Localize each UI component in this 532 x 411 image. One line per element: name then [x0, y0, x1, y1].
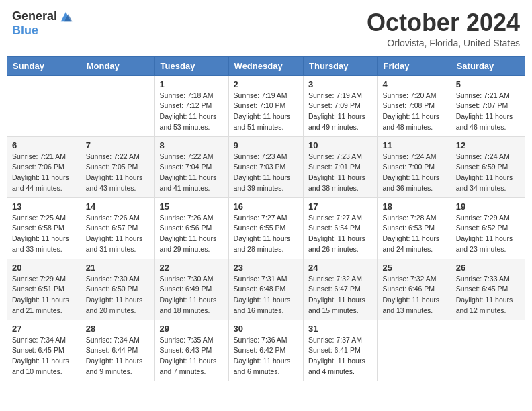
- day-info: Sunrise: 7:36 AMSunset: 6:42 PMDaylight:…: [234, 335, 298, 377]
- calendar-cell: [7, 75, 81, 136]
- day-number: 24: [308, 263, 372, 273]
- day-number: 7: [86, 140, 150, 150]
- day-number: 16: [234, 201, 298, 212]
- day-number: 22: [160, 263, 224, 273]
- calendar-cell: 3Sunrise: 7:19 AMSunset: 7:09 PMDaylight…: [304, 75, 378, 136]
- calendar-cell: 17Sunrise: 7:27 AMSunset: 6:54 PMDayligh…: [304, 197, 378, 259]
- day-number: 15: [160, 201, 224, 212]
- calendar-cell: 19Sunrise: 7:29 AMSunset: 6:52 PMDayligh…: [451, 197, 525, 259]
- calendar-cell: 7Sunrise: 7:22 AMSunset: 7:05 PMDaylight…: [81, 136, 154, 197]
- day-number: 27: [12, 324, 76, 334]
- day-number: 3: [308, 79, 372, 89]
- calendar-cell: 20Sunrise: 7:29 AMSunset: 6:51 PMDayligh…: [7, 259, 81, 320]
- calendar-cell: 1Sunrise: 7:18 AMSunset: 7:12 PMDaylight…: [154, 75, 228, 136]
- day-number: 2: [234, 79, 298, 89]
- day-info: Sunrise: 7:21 AMSunset: 7:06 PMDaylight:…: [12, 152, 76, 194]
- day-info: Sunrise: 7:33 AMSunset: 6:45 PMDaylight:…: [456, 274, 520, 316]
- day-info: Sunrise: 7:19 AMSunset: 7:09 PMDaylight:…: [308, 91, 372, 133]
- day-info: Sunrise: 7:34 AMSunset: 6:44 PMDaylight:…: [86, 335, 150, 377]
- month-title: October 2024: [367, 9, 520, 36]
- day-info: Sunrise: 7:34 AMSunset: 6:45 PMDaylight:…: [12, 335, 76, 377]
- calendar-cell: 9Sunrise: 7:23 AMSunset: 7:03 PMDaylight…: [228, 136, 303, 197]
- day-number: 9: [234, 140, 298, 150]
- day-info: Sunrise: 7:26 AMSunset: 6:57 PMDaylight:…: [86, 213, 150, 255]
- day-info: Sunrise: 7:25 AMSunset: 6:58 PMDaylight:…: [12, 213, 76, 255]
- calendar-cell: 24Sunrise: 7:32 AMSunset: 6:47 PMDayligh…: [304, 259, 378, 320]
- day-info: Sunrise: 7:37 AMSunset: 6:41 PMDaylight:…: [308, 335, 372, 377]
- weekday-header-tuesday: Tuesday: [154, 56, 228, 75]
- calendar-cell: 11Sunrise: 7:24 AMSunset: 7:00 PMDayligh…: [378, 136, 451, 197]
- day-number: 25: [382, 263, 445, 273]
- logo: General Blue: [12, 9, 73, 38]
- day-number: 13: [12, 201, 76, 212]
- weekday-header-sunday: Sunday: [7, 56, 81, 75]
- day-info: Sunrise: 7:22 AMSunset: 7:04 PMDaylight:…: [160, 152, 224, 194]
- calendar-cell: [81, 75, 154, 136]
- calendar-cell: [378, 320, 451, 381]
- calendar-cell: 30Sunrise: 7:36 AMSunset: 6:42 PMDayligh…: [228, 320, 303, 381]
- day-number: 30: [234, 324, 298, 334]
- calendar-week-row: 6Sunrise: 7:21 AMSunset: 7:06 PMDaylight…: [7, 136, 525, 197]
- logo-general-text: General: [12, 10, 57, 24]
- day-number: 1: [160, 79, 224, 89]
- day-number: 10: [308, 140, 372, 150]
- day-number: 4: [382, 79, 445, 89]
- calendar-cell: 18Sunrise: 7:28 AMSunset: 6:53 PMDayligh…: [378, 197, 451, 259]
- weekday-header-saturday: Saturday: [451, 56, 525, 75]
- day-number: 29: [160, 324, 224, 334]
- weekday-header-friday: Friday: [378, 56, 451, 75]
- day-number: 17: [308, 201, 372, 212]
- day-info: Sunrise: 7:35 AMSunset: 6:43 PMDaylight:…: [160, 335, 224, 377]
- day-number: 6: [12, 140, 76, 150]
- day-info: Sunrise: 7:20 AMSunset: 7:08 PMDaylight:…: [382, 91, 445, 133]
- day-number: 31: [308, 324, 372, 334]
- calendar-cell: 5Sunrise: 7:21 AMSunset: 7:07 PMDaylight…: [451, 75, 525, 136]
- day-info: Sunrise: 7:21 AMSunset: 7:07 PMDaylight:…: [456, 91, 520, 133]
- calendar-cell: 25Sunrise: 7:32 AMSunset: 6:46 PMDayligh…: [378, 259, 451, 320]
- calendar-week-row: 13Sunrise: 7:25 AMSunset: 6:58 PMDayligh…: [7, 197, 525, 259]
- day-number: 11: [382, 140, 445, 150]
- title-section: October 2024 Orlovista, Florida, United …: [367, 9, 520, 48]
- calendar-cell: 15Sunrise: 7:26 AMSunset: 6:56 PMDayligh…: [154, 197, 228, 259]
- day-number: 28: [86, 324, 150, 334]
- calendar-week-row: 20Sunrise: 7:29 AMSunset: 6:51 PMDayligh…: [7, 259, 525, 320]
- calendar-cell: [451, 320, 525, 381]
- calendar-cell: 29Sunrise: 7:35 AMSunset: 6:43 PMDayligh…: [154, 320, 228, 381]
- calendar-cell: 6Sunrise: 7:21 AMSunset: 7:06 PMDaylight…: [7, 136, 81, 197]
- calendar-table: SundayMondayTuesdayWednesdayThursdayFrid…: [7, 56, 525, 381]
- calendar-cell: 2Sunrise: 7:19 AMSunset: 7:10 PMDaylight…: [228, 75, 303, 136]
- day-info: Sunrise: 7:19 AMSunset: 7:10 PMDaylight:…: [234, 91, 298, 133]
- day-info: Sunrise: 7:31 AMSunset: 6:48 PMDaylight:…: [234, 274, 298, 316]
- calendar-cell: 27Sunrise: 7:34 AMSunset: 6:45 PMDayligh…: [7, 320, 81, 381]
- day-info: Sunrise: 7:23 AMSunset: 7:03 PMDaylight:…: [234, 152, 298, 194]
- weekday-header-monday: Monday: [81, 56, 154, 75]
- day-info: Sunrise: 7:28 AMSunset: 6:53 PMDaylight:…: [382, 213, 445, 255]
- calendar-cell: 31Sunrise: 7:37 AMSunset: 6:41 PMDayligh…: [304, 320, 378, 381]
- day-info: Sunrise: 7:22 AMSunset: 7:05 PMDaylight:…: [86, 152, 150, 194]
- day-number: 18: [382, 201, 445, 212]
- location-text: Orlovista, Florida, United States: [367, 38, 520, 48]
- calendar-cell: 14Sunrise: 7:26 AMSunset: 6:57 PMDayligh…: [81, 197, 154, 259]
- day-info: Sunrise: 7:30 AMSunset: 6:50 PMDaylight:…: [86, 274, 150, 316]
- weekday-header-thursday: Thursday: [304, 56, 378, 75]
- day-info: Sunrise: 7:27 AMSunset: 6:55 PMDaylight:…: [234, 213, 298, 255]
- day-info: Sunrise: 7:27 AMSunset: 6:54 PMDaylight:…: [308, 213, 372, 255]
- day-info: Sunrise: 7:29 AMSunset: 6:52 PMDaylight:…: [456, 213, 520, 255]
- day-number: 14: [86, 201, 150, 212]
- calendar-cell: 4Sunrise: 7:20 AMSunset: 7:08 PMDaylight…: [378, 75, 451, 136]
- day-number: 19: [456, 201, 520, 212]
- calendar-cell: 12Sunrise: 7:24 AMSunset: 6:59 PMDayligh…: [451, 136, 525, 197]
- day-number: 8: [160, 140, 224, 150]
- calendar-cell: 22Sunrise: 7:30 AMSunset: 6:49 PMDayligh…: [154, 259, 228, 320]
- calendar-week-row: 1Sunrise: 7:18 AMSunset: 7:12 PMDaylight…: [7, 75, 525, 136]
- logo-blue-text: Blue: [12, 24, 38, 37]
- calendar-week-row: 27Sunrise: 7:34 AMSunset: 6:45 PMDayligh…: [7, 320, 525, 381]
- weekday-header-row: SundayMondayTuesdayWednesdayThursdayFrid…: [7, 56, 525, 75]
- day-info: Sunrise: 7:24 AMSunset: 6:59 PMDaylight:…: [456, 152, 520, 194]
- day-info: Sunrise: 7:32 AMSunset: 6:46 PMDaylight:…: [382, 274, 445, 316]
- weekday-header-wednesday: Wednesday: [228, 56, 303, 75]
- calendar-cell: 16Sunrise: 7:27 AMSunset: 6:55 PMDayligh…: [228, 197, 303, 259]
- day-info: Sunrise: 7:18 AMSunset: 7:12 PMDaylight:…: [160, 91, 224, 133]
- calendar-cell: 23Sunrise: 7:31 AMSunset: 6:48 PMDayligh…: [228, 259, 303, 320]
- day-info: Sunrise: 7:26 AMSunset: 6:56 PMDaylight:…: [160, 213, 224, 255]
